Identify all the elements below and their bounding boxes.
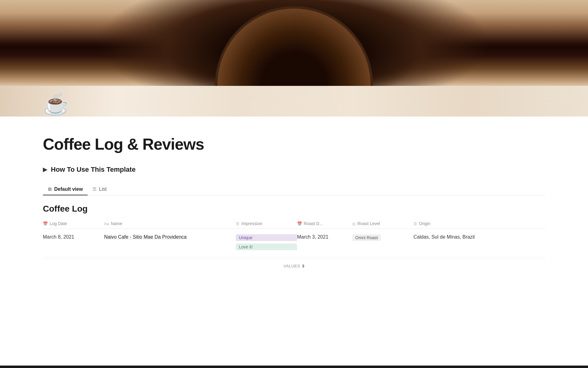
roast-date-value: March 3, 2021 bbox=[297, 234, 328, 240]
cell-impression: Unique Love it! bbox=[236, 234, 297, 251]
table-header-row: 📅 Log Date Aa Name ☰ Impression 📅 Roast … bbox=[43, 219, 545, 229]
bottom-bar bbox=[0, 366, 588, 368]
origin-value: Caldas, Sul de Minas, Brazil bbox=[413, 234, 475, 240]
coffee-cup-emoji: ☕ bbox=[43, 91, 70, 117]
impression-tag-unique: Unique bbox=[236, 234, 297, 241]
cell-roast-level: Omni Roast bbox=[352, 234, 413, 242]
tab-default-label: Default view bbox=[54, 186, 83, 192]
tab-default-view[interactable]: ⊞ Default view bbox=[43, 183, 88, 195]
col-header-roast-date-label: Roast D... bbox=[304, 221, 323, 226]
impression-tag-love-it: Love it! bbox=[236, 243, 297, 250]
list-icon-impression: ☰ bbox=[236, 221, 239, 226]
how-to-use-toggle[interactable]: ▶ How To Use This Template bbox=[43, 166, 545, 174]
col-header-origin: ☰ Origin bbox=[413, 221, 545, 226]
hero-banner bbox=[0, 0, 588, 86]
col-header-origin-label: Origin bbox=[419, 221, 430, 226]
list-icon: ☰ bbox=[92, 186, 96, 192]
col-header-impression: ☰ Impression bbox=[236, 221, 297, 226]
values-label: VALUES bbox=[284, 264, 300, 268]
cell-name[interactable]: Naivo Cafe - Sitio Mae Da Providenca bbox=[104, 234, 236, 240]
calendar-icon-log-date: 📅 bbox=[43, 221, 48, 226]
hero-bottom: ☕ bbox=[0, 86, 588, 117]
cell-log-date: March 8, 2021 bbox=[43, 234, 104, 240]
list-icon-origin: ☰ bbox=[413, 221, 417, 226]
col-header-log-date-label: Log Date bbox=[50, 221, 67, 226]
col-header-name-label: Name bbox=[111, 221, 122, 226]
coffee-log-table: 📅 Log Date Aa Name ☰ Impression 📅 Roast … bbox=[43, 219, 545, 273]
view-tabs: ⊞ Default view ☰ List bbox=[43, 183, 545, 195]
col-header-roast-level: ◎ Roast Level bbox=[352, 221, 413, 226]
coffee-name-link[interactable]: Naivo Cafe - Sitio Mae Da Providenca bbox=[104, 234, 187, 240]
tab-list-label: List bbox=[99, 186, 107, 192]
toggle-label: How To Use This Template bbox=[51, 166, 136, 174]
toggle-arrow-icon: ▶ bbox=[43, 166, 47, 173]
page-title: Coffee Log & Reviews bbox=[43, 135, 545, 153]
values-bar: VALUES 3 bbox=[43, 259, 545, 273]
roast-level-tag: Omni Roast bbox=[352, 234, 381, 241]
table-row: March 8, 2021 Naivo Cafe - Sitio Mae Da … bbox=[43, 229, 545, 257]
log-date-value: March 8, 2021 bbox=[43, 234, 74, 240]
cell-roast-date: March 3, 2021 bbox=[297, 234, 352, 240]
page-content: Coffee Log & Reviews ▶ How To Use This T… bbox=[0, 117, 588, 286]
col-header-name: Aa Name bbox=[104, 221, 236, 226]
impression-tags: Unique Love it! bbox=[236, 234, 297, 251]
coffee-log-section-title: Coffee Log bbox=[43, 204, 545, 214]
cell-origin: Caldas, Sul de Minas, Brazil bbox=[413, 234, 545, 240]
col-header-roast-date: 📅 Roast D... bbox=[297, 221, 352, 226]
col-header-roast-level-label: Roast Level bbox=[357, 221, 380, 226]
col-header-log-date: 📅 Log Date bbox=[43, 221, 104, 226]
grid-icon: ⊞ bbox=[48, 186, 52, 192]
values-count: 3 bbox=[302, 264, 304, 268]
circle-icon-roast-level: ◎ bbox=[352, 221, 356, 226]
tab-list-view[interactable]: ☰ List bbox=[88, 183, 111, 195]
calendar-icon-roast-date: 📅 bbox=[297, 221, 302, 226]
col-header-impression-label: Impression bbox=[241, 221, 262, 226]
text-icon-name: Aa bbox=[104, 221, 109, 226]
